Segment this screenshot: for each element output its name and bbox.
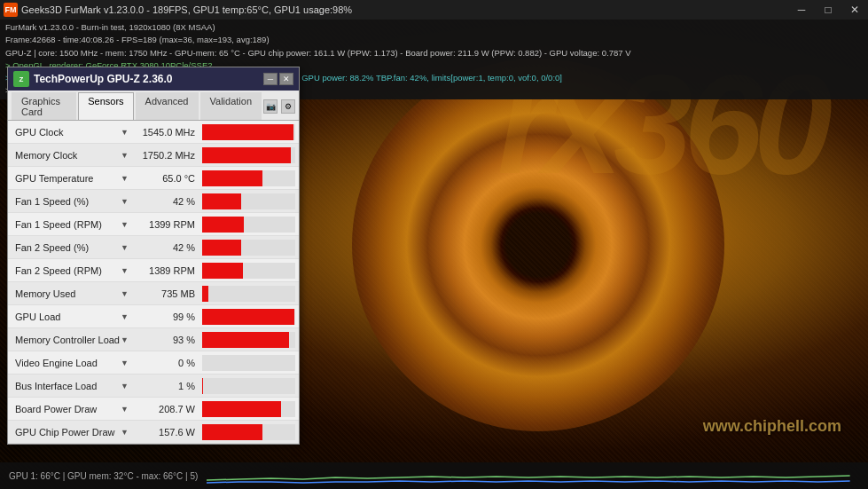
bottom-bar: GPU 1: 66°C | GPU mem: 32°C - max: 66°C … <box>0 462 868 489</box>
sensor-row: Memory Controller Load▼93 % <box>8 328 299 351</box>
sensor-dropdown-icon[interactable]: ▼ <box>121 197 129 206</box>
sensor-value: 1750.2 MHz <box>132 150 199 161</box>
sensor-value: 1 % <box>132 381 199 391</box>
sensor-row: Fan 2 Speed (RPM)▼1389 RPM <box>8 259 299 282</box>
sensor-bar-container <box>202 309 295 325</box>
sensor-bar-container <box>202 286 295 302</box>
sensor-bar <box>202 309 294 325</box>
sensor-label: GPU Chip Power Draw▼ <box>8 427 132 438</box>
gpuz-camera-icon[interactable]: 📷 <box>263 99 278 114</box>
sensor-dropdown-icon[interactable]: ▼ <box>121 382 129 390</box>
tab-advanced[interactable]: Advanced <box>136 92 199 120</box>
sensor-label: GPU Temperature▼ <box>8 173 132 184</box>
sensor-bar-container <box>202 332 295 348</box>
sensor-value: 42 % <box>132 242 199 253</box>
tab-validation[interactable]: Validation <box>200 92 262 120</box>
sensor-label: Memory Controller Load▼ <box>8 335 132 345</box>
gpuz-title-bar: Z TechPowerUp GPU-Z 2.36.0 ─ ✕ <box>8 67 299 91</box>
gpuz-title-left: Z TechPowerUp GPU-Z 2.36.0 <box>13 71 173 87</box>
sensor-row: Fan 1 Speed (RPM)▼1399 RPM <box>8 213 299 236</box>
sensor-bar <box>202 332 289 348</box>
sensor-dropdown-icon[interactable]: ▼ <box>121 266 129 275</box>
sensor-bar-container <box>202 378 295 394</box>
sensor-dropdown-icon[interactable]: ▼ <box>121 359 129 367</box>
sensor-label: Memory Clock▼ <box>8 150 132 161</box>
sensor-bar <box>202 240 241 256</box>
close-button[interactable]: ✕ <box>841 0 868 20</box>
title-bar-controls: ─ □ ✕ <box>788 0 868 20</box>
sensor-bar-container <box>202 217 295 233</box>
sensor-bar <box>202 401 281 417</box>
sensor-dropdown-icon[interactable]: ▼ <box>121 289 129 298</box>
tab-graphics-card[interactable]: Graphics Card <box>12 92 76 120</box>
sensor-label: Bus Interface Load▼ <box>8 381 132 391</box>
sensor-value: 0 % <box>132 358 199 368</box>
sensor-label: GPU Clock▼ <box>8 127 132 138</box>
sensor-label: GPU Load▼ <box>8 312 132 322</box>
sensor-value: 208.7 W <box>132 404 199 414</box>
sensor-dropdown-icon[interactable]: ▼ <box>121 151 129 160</box>
sensor-value: 1399 RPM <box>132 219 199 230</box>
sensor-bar <box>202 378 203 394</box>
sensor-bar-container <box>202 424 295 440</box>
info-line-3: GPU-Z | core: 1500 MHz - mem: 1750 MHz -… <box>5 47 863 59</box>
gpuz-tabs: Graphics Card Sensors Advanced Validatio… <box>8 91 299 121</box>
app-icon: FM <box>4 3 18 17</box>
sensor-dropdown-icon[interactable]: ▼ <box>121 335 129 344</box>
sensor-label: Memory Used▼ <box>8 288 132 299</box>
tab-sensors[interactable]: Sensors <box>78 92 133 120</box>
info-line-1: FurMark v1.23.0.0 - Burn-in test, 1920x1… <box>5 21 863 34</box>
title-bar: FM Geeks3D FurMark v1.23.0.0 - 189FPS, G… <box>0 0 868 20</box>
sensor-bar-container <box>202 240 295 256</box>
sensor-bar-container <box>202 401 295 417</box>
sensor-dropdown-icon[interactable]: ▼ <box>121 312 129 321</box>
sensor-row: GPU Load▼99 % <box>8 305 299 328</box>
sensor-bar <box>202 124 293 140</box>
sensor-value: 65.0 °C <box>132 173 199 184</box>
sensor-label: Fan 1 Speed (%)▼ <box>8 196 132 207</box>
sensor-value: 93 % <box>132 335 199 345</box>
temp-chart <box>207 467 850 485</box>
gpuz-minimize-button[interactable]: ─ <box>263 73 278 85</box>
sensor-row: GPU Temperature▼65.0 °C <box>8 167 299 190</box>
gpuz-title-controls: ─ ✕ <box>263 73 293 85</box>
watermark-chiphell-text: www.chiphell.com <box>703 417 841 436</box>
sensor-bar <box>202 147 291 163</box>
sensor-row: Memory Used▼735 MB <box>8 282 299 305</box>
sensor-row: Bus Interface Load▼1 % <box>8 375 299 398</box>
sensor-bar <box>202 170 262 186</box>
sensor-label: Fan 2 Speed (%)▼ <box>8 242 132 253</box>
sensor-label: Board Power Draw▼ <box>8 404 132 414</box>
sensor-dropdown-icon[interactable]: ▼ <box>121 428 129 437</box>
maximize-button[interactable]: □ <box>815 0 841 20</box>
sensor-value: 157.6 W <box>132 427 199 438</box>
sensor-dropdown-icon[interactable]: ▼ <box>121 405 129 414</box>
sensor-bar <box>202 263 243 279</box>
gpuz-panel: Z TechPowerUp GPU-Z 2.36.0 ─ ✕ Graphics … <box>7 67 300 445</box>
gpuz-logo: Z <box>13 71 29 87</box>
sensor-row: Video Engine Load▼0 % <box>8 351 299 375</box>
sensor-dropdown-icon[interactable]: ▼ <box>121 243 129 252</box>
sensor-bar <box>202 286 208 302</box>
sensor-dropdown-icon[interactable]: ▼ <box>121 174 129 183</box>
sensor-bar-container <box>202 147 295 163</box>
sensor-row: GPU Chip Power Draw▼157.6 W <box>8 421 299 444</box>
sensor-value: 1389 RPM <box>132 265 199 276</box>
gpuz-close-button[interactable]: ✕ <box>279 73 293 85</box>
sensor-bar <box>202 217 244 233</box>
sensor-value: 42 % <box>132 196 199 207</box>
sensor-dropdown-icon[interactable]: ▼ <box>121 128 129 137</box>
sensor-bar-container <box>202 355 295 371</box>
bottom-bar-text: GPU 1: 66°C | GPU mem: 32°C - max: 66°C … <box>9 471 198 481</box>
sensor-value: 99 % <box>132 312 199 322</box>
sensor-bar <box>202 424 262 440</box>
sensor-row: Board Power Draw▼208.7 W <box>8 398 299 421</box>
sensor-dropdown-icon[interactable]: ▼ <box>121 220 129 229</box>
gpuz-tab-icons: 📷 ⚙ <box>263 92 299 120</box>
minimize-button[interactable]: ─ <box>788 0 815 20</box>
sensor-row: Fan 2 Speed (%)▼42 % <box>8 236 299 259</box>
sensor-table: GPU Clock▼1545.0 MHzMemory Clock▼1750.2 … <box>8 121 299 444</box>
gpuz-settings-icon[interactable]: ⚙ <box>281 99 295 114</box>
sensor-row: Fan 1 Speed (%)▼42 % <box>8 190 299 213</box>
sensor-bar-container <box>202 124 295 140</box>
